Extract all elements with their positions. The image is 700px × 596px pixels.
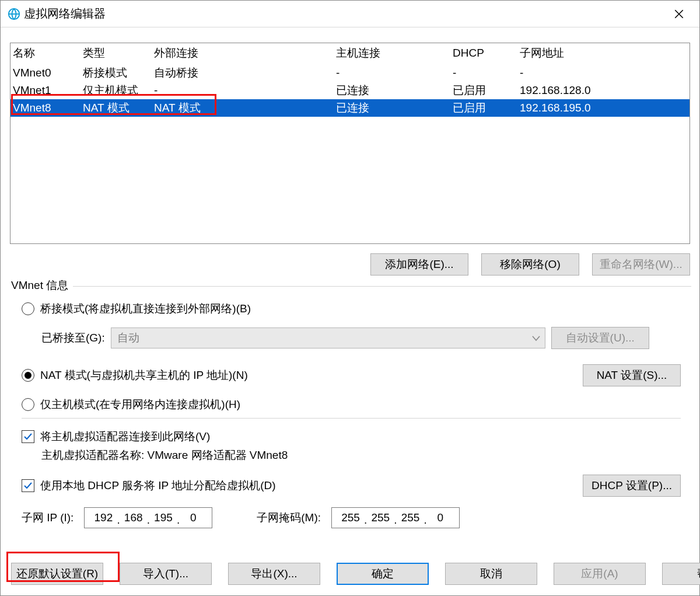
table-row[interactable]: VMnet8NAT 模式NAT 模式已连接已启用192.168.195.0 xyxy=(10,99,690,117)
col-name[interactable]: 名称 xyxy=(10,43,80,64)
dhcp-settings-button[interactable]: DHCP 设置(P)... xyxy=(583,475,681,497)
bridged-to-combo: 自动 xyxy=(111,327,545,348)
cell-ext: NAT 模式 xyxy=(152,99,334,117)
table-actions: 添加网络(E)... 移除网络(O) 重命名网络(W)... xyxy=(9,253,690,276)
cell-ext: - xyxy=(152,82,334,99)
cell-host: - xyxy=(334,64,450,82)
table-row[interactable]: VMnet1仅主机模式-已连接已启用192.168.128.0 xyxy=(10,82,690,99)
hostonly-mode-label: 仅主机模式(在专用网络内连接虚拟机)(H) xyxy=(40,397,240,412)
cell-subnet: 192.168.195.0 xyxy=(517,99,690,117)
col-type[interactable]: 类型 xyxy=(80,43,152,64)
network-table-header: 名称 类型 外部连接 主机连接 DHCP 子网地址 xyxy=(10,43,690,64)
subnet-ip-label: 子网 IP (I): xyxy=(22,510,74,525)
bridged-to-label: 已桥接至(G): xyxy=(41,330,105,346)
cell-type: 桥接模式 xyxy=(80,64,152,82)
group-legend: VMnet 信息 xyxy=(9,278,71,293)
rename-network-button: 重命名网络(W)... xyxy=(592,253,690,276)
ip-octet[interactable]: 168 xyxy=(122,511,145,524)
help-button[interactable]: 帮助 xyxy=(662,563,700,585)
globe-icon xyxy=(8,8,20,20)
nat-settings-button[interactable]: NAT 设置(S)... xyxy=(583,364,681,386)
export-button[interactable]: 导出(X)... xyxy=(228,563,320,585)
col-ext[interactable]: 外部连接 xyxy=(152,43,334,64)
cell-type: 仅主机模式 xyxy=(80,82,152,99)
content-area: 名称 类型 外部连接 主机连接 DHCP 子网地址 VMnet0桥接模式自动桥接… xyxy=(1,27,699,563)
ip-octet[interactable]: 192 xyxy=(92,511,115,524)
cell-name: VMnet1 xyxy=(10,82,80,99)
add-network-button[interactable]: 添加网络(E)... xyxy=(370,253,468,276)
ip-octet[interactable]: 195 xyxy=(152,511,175,524)
bridged-mode-label: 桥接模式(将虚拟机直接连接到外部网络)(B) xyxy=(40,301,251,316)
mask-octet[interactable]: 255 xyxy=(399,511,422,524)
table-row[interactable]: VMnet0桥接模式自动桥接--- xyxy=(10,64,690,82)
cell-subnet: - xyxy=(517,64,690,82)
col-host[interactable]: 主机连接 xyxy=(334,43,450,64)
connect-host-adapter-label: 将主机虚拟适配器连接到此网络(V) xyxy=(40,429,210,444)
virtual-network-editor-window: 虚拟网络编辑器 名称 类型 外部连接 主机连接 DHCP xyxy=(0,0,700,596)
bridged-mode-radio[interactable] xyxy=(22,302,34,315)
subnet-row: 子网 IP (I): 192. 168. 195. 0 子网掩码(M): 255… xyxy=(22,507,681,528)
connect-host-adapter-row[interactable]: 将主机虚拟适配器连接到此网络(V) xyxy=(22,429,681,444)
separator xyxy=(22,418,681,419)
ip-octet[interactable]: 0 xyxy=(181,511,205,524)
mask-octet[interactable]: 255 xyxy=(339,511,362,524)
cell-name: VMnet8 xyxy=(10,99,80,117)
apply-button: 应用(A) xyxy=(554,563,646,585)
chevron-down-icon xyxy=(532,332,540,344)
col-dhcp[interactable]: DHCP xyxy=(450,43,517,64)
cancel-button[interactable]: 取消 xyxy=(445,563,537,585)
bridged-to-row: 已桥接至(G): 自动 自动设置(U)... xyxy=(41,327,681,349)
cell-type: NAT 模式 xyxy=(80,99,152,117)
cell-name: VMnet0 xyxy=(10,64,80,82)
ok-button[interactable]: 确定 xyxy=(337,563,429,585)
hostonly-mode-radio-row[interactable]: 仅主机模式(在专用网络内连接虚拟机)(H) xyxy=(22,397,681,412)
nat-mode-radio[interactable] xyxy=(22,369,34,382)
cell-dhcp: - xyxy=(450,64,517,82)
cell-subnet: 192.168.128.0 xyxy=(517,82,690,99)
subnet-mask-label: 子网掩码(M): xyxy=(257,510,321,525)
window-title: 虚拟网络编辑器 xyxy=(24,6,106,22)
host-adapter-name: 主机虚拟适配器名称: VMware 网络适配器 VMnet8 xyxy=(41,448,681,463)
nat-mode-label: NAT 模式(与虚拟机共享主机的 IP 地址)(N) xyxy=(40,368,248,383)
cell-dhcp: 已启用 xyxy=(450,99,517,117)
group-separator xyxy=(73,286,691,287)
vmnet-info-group: VMnet 信息 桥接模式(将虚拟机直接连接到外部网络)(B) 已桥接至(G):… xyxy=(9,286,691,538)
cell-host: 已连接 xyxy=(334,82,450,99)
use-dhcp-label: 使用本地 DHCP 服务将 IP 地址分配给虚拟机(D) xyxy=(40,478,276,493)
titlebar[interactable]: 虚拟网络编辑器 xyxy=(1,1,699,27)
cell-host: 已连接 xyxy=(334,99,450,117)
subnet-ip-input[interactable]: 192. 168. 195. 0 xyxy=(84,507,212,528)
remove-network-button[interactable]: 移除网络(O) xyxy=(481,253,579,276)
use-dhcp-row[interactable]: 使用本地 DHCP 服务将 IP 地址分配给虚拟机(D) DHCP 设置(P).… xyxy=(22,475,681,497)
bridged-mode-radio-row[interactable]: 桥接模式(将虚拟机直接连接到外部网络)(B) xyxy=(22,301,681,316)
close-button[interactable] xyxy=(659,1,699,27)
network-table-panel: 名称 类型 外部连接 主机连接 DHCP 子网地址 VMnet0桥接模式自动桥接… xyxy=(10,43,690,244)
hostonly-mode-radio[interactable] xyxy=(22,398,34,411)
cell-ext: 自动桥接 xyxy=(152,64,334,82)
auto-settings-button: 自动设置(U)... xyxy=(551,327,649,349)
mask-octet[interactable]: 0 xyxy=(429,511,452,524)
restore-defaults-button[interactable]: 还原默认设置(R) xyxy=(11,563,103,585)
connect-host-adapter-checkbox[interactable] xyxy=(22,430,34,443)
bottom-button-strip: 还原默认设置(R) 导入(T)... 导出(X)... 确定 取消 应用(A) … xyxy=(1,563,699,595)
mask-octet[interactable]: 255 xyxy=(369,511,392,524)
bridged-to-value: 自动 xyxy=(117,330,139,346)
nat-mode-radio-row[interactable]: NAT 模式(与虚拟机共享主机的 IP 地址)(N) NAT 设置(S)... xyxy=(22,364,681,386)
use-dhcp-checkbox[interactable] xyxy=(22,479,34,492)
import-button[interactable]: 导入(T)... xyxy=(120,563,212,585)
cell-dhcp: 已启用 xyxy=(450,82,517,99)
subnet-mask-input[interactable]: 255. 255. 255. 0 xyxy=(331,507,460,528)
col-sub[interactable]: 子网地址 xyxy=(517,43,690,64)
network-table[interactable]: 名称 类型 外部连接 主机连接 DHCP 子网地址 VMnet0桥接模式自动桥接… xyxy=(10,43,690,117)
